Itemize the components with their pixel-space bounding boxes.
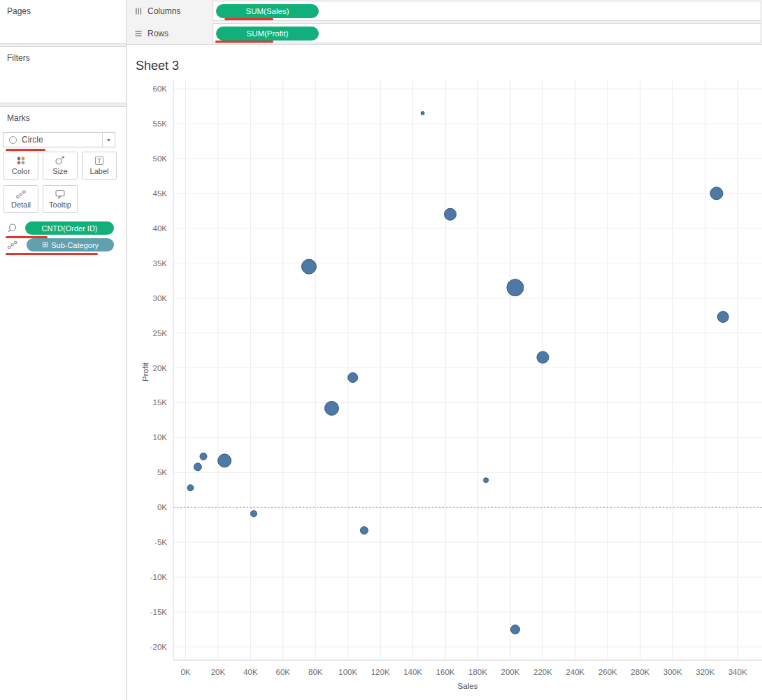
y-tick-label: -5K [154, 538, 167, 546]
x-tick-label: 0K [180, 668, 190, 676]
columns-shelf-header: Columns [127, 1, 213, 21]
detail-button[interactable]: Detail [3, 185, 38, 213]
detail-pill-sub-category[interactable]: ⊞ Sub-Category [27, 238, 114, 251]
rows-drop-zone[interactable]: SUM(Profit) [213, 23, 761, 43]
pages-shelf[interactable]: Pages [0, 0, 126, 44]
y-tick-label: 55K [153, 119, 168, 128]
detail-icon [15, 189, 27, 199]
scatter-point[interactable] [200, 453, 207, 460]
x-tick-label: 340K [728, 668, 747, 676]
x-tick-label: 280K [631, 668, 649, 676]
x-tick-label: 160K [436, 668, 455, 676]
left-sidebar: Pages Filters Marks Circle ▼ Color Size [0, 0, 127, 700]
rows-shelf-header: Rows [127, 23, 213, 43]
scatter-point[interactable] [507, 279, 524, 296]
y-tick-label: -20K [150, 643, 168, 651]
annotation-underline-mark-type [6, 149, 45, 151]
filters-shelf[interactable]: Filters [0, 46, 126, 103]
columns-label: Columns [148, 6, 180, 16]
x-tick-label: 140K [403, 668, 422, 676]
x-tick-label: 320K [696, 668, 714, 676]
y-tick-label: 60K [153, 85, 168, 93]
scatter-point[interactable] [710, 187, 723, 200]
x-tick-label: 240K [566, 668, 584, 676]
y-tick-label: -10K [150, 573, 168, 581]
y-tick-label: 30K [153, 294, 168, 302]
annotation-underline-size-pill [6, 236, 48, 238]
y-tick-label: 20K [153, 364, 168, 372]
detail-shelf-icon [7, 240, 17, 250]
circle-mark-icon [9, 136, 17, 144]
x-tick-label: 40K [243, 668, 258, 676]
annotation-underline-rows-pill [215, 41, 273, 43]
x-tick-label: 220K [533, 668, 552, 676]
y-tick-label: 15K [153, 398, 168, 407]
y-tick-label: 45K [153, 189, 168, 198]
y-tick-label: 50K [153, 154, 168, 163]
columns-shelf-row: Columns SUM(Sales) [127, 1, 761, 21]
scatter-point[interactable] [218, 454, 231, 467]
scatter-point[interactable] [537, 351, 549, 363]
tooltip-icon [55, 189, 66, 199]
color-button[interactable]: Color [3, 152, 38, 180]
pages-label: Pages [0, 0, 126, 16]
y-tick-label: 0K [157, 503, 167, 511]
size-pill-cntd-order-id[interactable]: CNTD(Order ID) [25, 221, 114, 235]
scatter-point[interactable] [301, 259, 316, 274]
mark-type-dropdown[interactable]: Circle ▼ [3, 132, 115, 147]
shelf-area: Columns SUM(Sales) Rows SUM(Profit) [127, 0, 762, 45]
chevron-down-icon: ▼ [102, 133, 115, 147]
x-tick-label: 20K [211, 668, 226, 676]
label-button-label: Label [90, 167, 109, 175]
worksheet-view: Sheet 3 60K55K50K45K40K35K30K25K20K15K10… [127, 45, 762, 700]
columns-pill-label: SUM(Sales) [246, 7, 289, 15]
scatter-point[interactable] [324, 401, 338, 415]
scatter-point[interactable] [421, 111, 424, 115]
columns-drop-zone[interactable]: SUM(Sales) [213, 1, 761, 21]
x-tick-label: 260K [598, 668, 617, 676]
y-axis-title: Profit [141, 363, 150, 381]
mark-type-value: Circle [22, 135, 102, 145]
y-tick-label: 25K [153, 329, 168, 337]
scatter-point[interactable] [484, 478, 489, 483]
rows-icon [134, 29, 143, 38]
marks-card: Marks Circle ▼ Color Size T [0, 106, 126, 700]
tooltip-button[interactable]: Tooltip [43, 185, 78, 213]
x-tick-label: 200K [501, 668, 520, 676]
y-tick-label: -15K [150, 608, 168, 616]
filters-label: Filters [0, 47, 126, 63]
x-axis-title: Sales [173, 682, 762, 690]
rows-pill-sum-profit[interactable]: SUM(Profit) [216, 27, 319, 41]
scatter-point[interactable] [250, 511, 257, 517]
y-tick-label: 5K [157, 468, 167, 476]
columns-pill-sum-sales[interactable]: SUM(Sales) [216, 4, 319, 18]
scatter-point[interactable] [348, 372, 358, 382]
color-button-label: Color [12, 167, 30, 175]
scatter-point[interactable] [194, 463, 201, 471]
expand-icon[interactable]: ⊞ [42, 241, 48, 249]
size-pill-label: CNTD(Order ID) [41, 224, 97, 233]
annotation-underline-detail-pill [6, 253, 98, 255]
svg-text:T: T [97, 157, 101, 164]
marks-label: Marks [0, 107, 126, 123]
x-tick-label: 120K [371, 668, 390, 676]
x-tick-label: 100K [338, 668, 357, 676]
color-icon [15, 156, 27, 166]
scatter-plot[interactable]: 60K55K50K45K40K35K30K25K20K15K10K5K0K-5K… [127, 45, 762, 700]
size-shelf-icon [7, 223, 17, 233]
size-button[interactable]: Size [43, 152, 78, 180]
y-tick-label: 10K [153, 433, 168, 442]
scatter-point[interactable] [510, 625, 519, 634]
annotation-underline-columns-pill [224, 18, 273, 20]
scatter-point[interactable] [187, 485, 194, 491]
x-tick-label: 300K [663, 668, 682, 676]
scatter-point[interactable] [445, 208, 457, 220]
rows-label: Rows [148, 29, 168, 38]
label-icon: T [94, 156, 105, 166]
x-tick-label: 80K [308, 668, 323, 676]
scatter-point[interactable] [717, 312, 728, 323]
scatter-point[interactable] [360, 527, 368, 534]
detail-button-label: Detail [11, 200, 31, 209]
label-button[interactable]: T Label [82, 152, 117, 180]
x-tick-label: 60K [276, 668, 291, 676]
